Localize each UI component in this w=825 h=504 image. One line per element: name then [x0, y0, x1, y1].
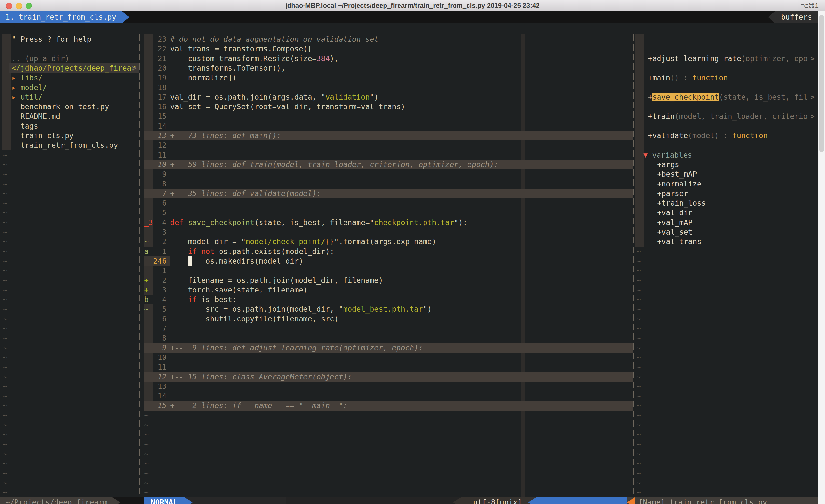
- nerdtree-item[interactable]: [0, 44, 140, 54]
- line-number: 4: [144, 295, 166, 304]
- tagbar-entry[interactable]: +validate(model) : function: [636, 131, 818, 140]
- code-line[interactable]: 11: [144, 362, 633, 372]
- tagbar-entry[interactable]: +val_mAP: [636, 218, 818, 227]
- nerdtree-item[interactable]: train_cls.py: [0, 131, 140, 140]
- nerdtree-empty-line: ~: [3, 275, 7, 285]
- editor-empty-line: ~: [144, 478, 149, 488]
- code-line[interactable]: 22val_trans = transforms.Compose([: [144, 44, 633, 54]
- tagbar-entry[interactable]: +args: [636, 160, 818, 169]
- folded-code-line[interactable]: 9+-- 9 lines: def adjust_learning_rate(o…: [144, 343, 633, 353]
- buffers-arrow-separator: [768, 11, 775, 23]
- nerdtree-empty-line: ~: [3, 333, 7, 343]
- tagbar-entry[interactable]: ▼ variables: [636, 150, 818, 160]
- nerdtree-item[interactable]: " Press ? for help: [0, 34, 140, 44]
- code-line[interactable]: 19 normalize]): [144, 73, 633, 82]
- nerdtree-item[interactable]: ▸ util/: [0, 92, 140, 102]
- folded-code-line[interactable]: 7+-- 35 lines: def validate(model):: [144, 189, 633, 198]
- code-line[interactable]: b4 if is_best:: [144, 295, 633, 304]
- tagbar-empty-line: ~: [636, 362, 641, 372]
- nerdtree-empty-line: ~: [3, 458, 7, 468]
- nerdtree-item[interactable]: </jdhao/Projects/deep_firear>: [0, 63, 140, 73]
- code-line[interactable]: 12: [144, 140, 633, 150]
- tagbar-empty-line: ~: [636, 256, 641, 266]
- tab-active[interactable]: 1. train_retr_from_cls.py: [0, 11, 122, 23]
- folded-code-line[interactable]: 12+-- 15 lines: class AverageMeter(objec…: [144, 372, 633, 382]
- tagbar-entry[interactable]: +adjust_learning_rate(optimizer, epo>: [636, 54, 818, 63]
- code-line[interactable]: _34def save_checkpoint(state, is_best, f…: [144, 218, 633, 227]
- nerdtree-item[interactable]: train_retr_from_cls.py: [0, 140, 140, 150]
- code-line[interactable]: 13: [144, 382, 633, 391]
- nerdtree-empty-line: ~: [3, 295, 7, 304]
- code-line[interactable]: ~2 model_dir = "model/check_point/{}".fo…: [144, 237, 633, 246]
- code-line[interactable]: 8: [144, 179, 633, 189]
- tagbar-entry[interactable]: +train(model, train_loader, criterio>: [636, 111, 818, 121]
- tagbar-entry[interactable]: +normalize: [636, 179, 818, 189]
- nerdtree-empty-line: ~: [3, 449, 7, 458]
- tagbar-empty-line: ~: [636, 488, 641, 497]
- nerdtree-item[interactable]: tags: [0, 121, 140, 131]
- code-line[interactable]: 18: [144, 83, 633, 92]
- line-number: 14: [144, 391, 166, 401]
- nerdtree-item[interactable]: .. (up a dir): [0, 54, 140, 63]
- tagbar-empty-line: ~: [636, 411, 641, 420]
- tagbar-entry[interactable]: +val_dir: [636, 208, 818, 218]
- code-line[interactable]: a1 if not os.path.exists(model_dir):: [144, 247, 633, 256]
- tagbar-entry[interactable]: +val_trans: [636, 237, 818, 246]
- code-line[interactable]: 16val_set = QuerySet(root=val_dir, trans…: [144, 102, 633, 111]
- scrollbar-thumb[interactable]: [819, 15, 824, 152]
- nerdtree-item[interactable]: ▸ libs/: [0, 73, 140, 82]
- airline-statusline: ~/Projects/deep_firearm +8 ~3 -3 master: [0, 497, 818, 504]
- powerline-separator-orange: [627, 497, 635, 504]
- folded-code-line[interactable]: 15+-- 2 lines: if __name__ == "__main__"…: [144, 401, 633, 410]
- code-line[interactable]: 11: [144, 150, 633, 160]
- code-line[interactable]: 1: [144, 266, 633, 275]
- code-line[interactable]: 5: [144, 208, 633, 218]
- code-line[interactable]: 23# do not do data augmentation on valid…: [144, 34, 633, 44]
- editor-empty-line: ~: [144, 420, 149, 430]
- nerdtree-item[interactable]: ▸ model/: [0, 83, 140, 92]
- tagbar-entry[interactable]: +save_checkpoint(state, is_best, fil>: [636, 92, 818, 102]
- code-line[interactable]: 9: [144, 169, 633, 179]
- code-line[interactable]: 6 shutil.copyfile(filename, src): [144, 314, 633, 324]
- code-line[interactable]: 246 os.makedirs(model_dir): [144, 256, 633, 266]
- code-line[interactable]: 17val_dir = os.path.join(args.data, "val…: [144, 92, 633, 102]
- tagbar-empty-line: ~: [636, 353, 641, 362]
- terminal-content: 1. train_retr_from_cls.py buffers " Pres…: [0, 11, 825, 504]
- code-line[interactable]: ~5 src = os.path.join(model_dir, "model_…: [144, 304, 633, 314]
- line-number: 5: [144, 304, 166, 314]
- folded-code-line[interactable]: 10+-- 50 lines: def train(model, train_l…: [144, 160, 633, 169]
- line-number: 1: [144, 266, 166, 275]
- code-line[interactable]: 10: [144, 353, 633, 362]
- line-number: 23: [144, 34, 166, 44]
- code-line[interactable]: 14: [144, 391, 633, 401]
- window-title: jdhao-MBP.local ~/Projects/deep_firearm/…: [0, 0, 825, 11]
- line-number: 12: [144, 140, 166, 150]
- code-line[interactable]: 3: [144, 227, 633, 237]
- nerdtree-empty-line: ~: [3, 198, 7, 208]
- line-number: 1: [144, 247, 166, 256]
- code-line[interactable]: +3 torch.save(state, filename): [144, 285, 633, 295]
- code-line[interactable]: 20 transforms.ToTensor(),: [144, 63, 633, 73]
- line-number: 3: [144, 227, 166, 237]
- code-line[interactable]: 8: [144, 333, 633, 343]
- tagbar-entry[interactable]: +val_set: [636, 227, 818, 237]
- tagbar-entry[interactable]: +main() : function: [636, 73, 818, 82]
- nerdtree-item[interactable]: benchmark_on_test.py: [0, 102, 140, 111]
- code-line[interactable]: 7: [144, 324, 633, 333]
- buffers-label[interactable]: buffers: [775, 11, 818, 23]
- folded-code-line[interactable]: 13+-- 73 lines: def main():: [144, 131, 633, 140]
- editor-empty-line: ~: [144, 469, 149, 478]
- scrollbar-track[interactable]: [818, 11, 825, 504]
- code-line[interactable]: 15: [144, 111, 633, 121]
- tagbar-entry[interactable]: +best_mAP: [636, 169, 818, 179]
- nerdtree-item[interactable]: README.md: [0, 111, 140, 121]
- nerdtree-empty-line: ~: [3, 285, 7, 295]
- tagbar-entry[interactable]: +parser: [636, 189, 818, 198]
- line-number: 13: [144, 131, 166, 140]
- editor-empty-line: ~: [144, 411, 149, 420]
- code-line[interactable]: 6: [144, 198, 633, 208]
- code-line[interactable]: 21 custom_transform.Resize(size=384),: [144, 54, 633, 63]
- code-line[interactable]: +2 filename = os.path.join(model_dir, fi…: [144, 275, 633, 285]
- tagbar-entry[interactable]: +train_loss: [636, 198, 818, 208]
- code-line[interactable]: 14: [144, 121, 633, 131]
